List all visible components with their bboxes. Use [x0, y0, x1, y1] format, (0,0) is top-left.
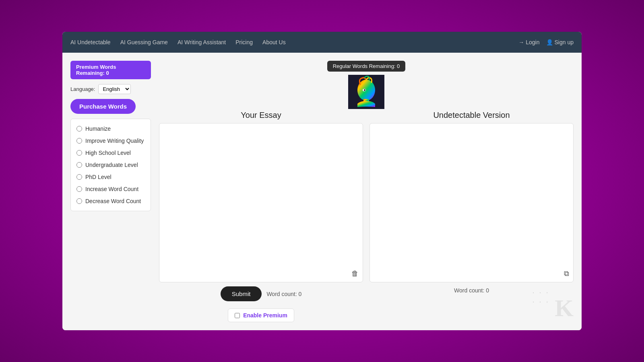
- radio-humanize[interactable]: [76, 126, 82, 132]
- login-icon: →: [518, 39, 524, 45]
- nav-about-us[interactable]: About Us: [262, 39, 286, 45]
- undetectable-title: Undetectable Version: [369, 111, 574, 120]
- right-panel: Undetectable Version ⧉: [369, 111, 574, 282]
- regular-words-badge: Regular Words Remaining: 0: [327, 61, 406, 72]
- navbar: AI Undetectable AI Guessing Game AI Writ…: [62, 32, 582, 53]
- signup-button[interactable]: 👤 Sign up: [546, 39, 574, 45]
- undetectable-textarea[interactable]: [370, 123, 573, 282]
- nav-ai-writing-assistant[interactable]: AI Writing Assistant: [178, 39, 226, 45]
- essay-panels: Your Essay 🗑 Undetectable Version ⧉: [159, 111, 574, 282]
- sidebar: Premium Words Remaining: 0 Language: Eng…: [70, 61, 151, 322]
- enable-premium-label: Enable Premium: [243, 312, 287, 319]
- option-decrease-word[interactable]: Decrease Word Count: [76, 198, 145, 204]
- word-count-right: Word count: 0: [454, 287, 489, 294]
- option-improve-writing[interactable]: Improve Writing Quality: [76, 138, 145, 144]
- option-phd[interactable]: PhD Level: [76, 174, 145, 180]
- signup-icon: 👤: [546, 39, 553, 45]
- nav-pricing[interactable]: Pricing: [235, 39, 253, 45]
- svg-point-4: [364, 89, 365, 91]
- copy-icon[interactable]: ⧉: [564, 269, 569, 278]
- radio-phd[interactable]: [76, 174, 82, 180]
- dots-decoration: · · ·· · ·: [532, 288, 549, 306]
- language-select[interactable]: English Spanish French German Italian: [98, 84, 131, 94]
- language-row: Language: English Spanish French German …: [70, 84, 151, 94]
- bottom-row-left: Submit Word count: 0: [221, 286, 302, 301]
- nav-left: AI Undetectable AI Guessing Game AI Writ…: [70, 39, 286, 45]
- enable-premium-row[interactable]: Enable Premium: [228, 309, 294, 322]
- premium-badge: Premium Words Remaining: 0: [70, 61, 151, 79]
- nav-right: → Login 👤 Sign up: [518, 39, 574, 45]
- submit-button[interactable]: Submit: [221, 286, 262, 301]
- word-count-left: Word count: 0: [266, 291, 301, 297]
- center-area: Regular Words Remaining: 0: [159, 61, 574, 322]
- radio-undergraduate[interactable]: [76, 162, 82, 168]
- radio-high-school[interactable]: [76, 150, 82, 156]
- nav-ai-undetectable[interactable]: AI Undetectable: [70, 39, 111, 45]
- login-button[interactable]: → Login: [518, 39, 539, 45]
- option-increase-word[interactable]: Increase Word Count: [76, 186, 145, 192]
- left-panel: Your Essay 🗑: [159, 111, 363, 282]
- nav-ai-guessing-game[interactable]: AI Guessing Game: [120, 39, 168, 45]
- essay-textarea[interactable]: [159, 123, 363, 282]
- main-content: Premium Words Remaining: 0 Language: Eng…: [62, 53, 582, 330]
- watermark: K: [555, 294, 574, 322]
- essay-title: Your Essay: [159, 111, 363, 120]
- purchase-words-button[interactable]: Purchase Words: [70, 99, 136, 114]
- logo-image: [348, 75, 384, 109]
- delete-icon[interactable]: 🗑: [351, 269, 359, 278]
- radio-increase-word[interactable]: [76, 186, 82, 192]
- radio-improve-writing[interactable]: [76, 138, 82, 144]
- options-box: Humanize Improve Writing Quality High Sc…: [70, 119, 151, 211]
- option-undergraduate[interactable]: Undergraduate Level: [76, 162, 145, 168]
- language-label: Language:: [70, 86, 95, 92]
- option-humanize[interactable]: Humanize: [76, 125, 145, 132]
- essay-textarea-wrapper: 🗑: [159, 123, 363, 282]
- enable-premium-checkbox[interactable]: [235, 313, 240, 318]
- option-high-school[interactable]: High School Level: [76, 150, 145, 156]
- radio-decrease-word[interactable]: [76, 198, 82, 204]
- undetectable-textarea-wrapper: ⧉: [369, 123, 574, 282]
